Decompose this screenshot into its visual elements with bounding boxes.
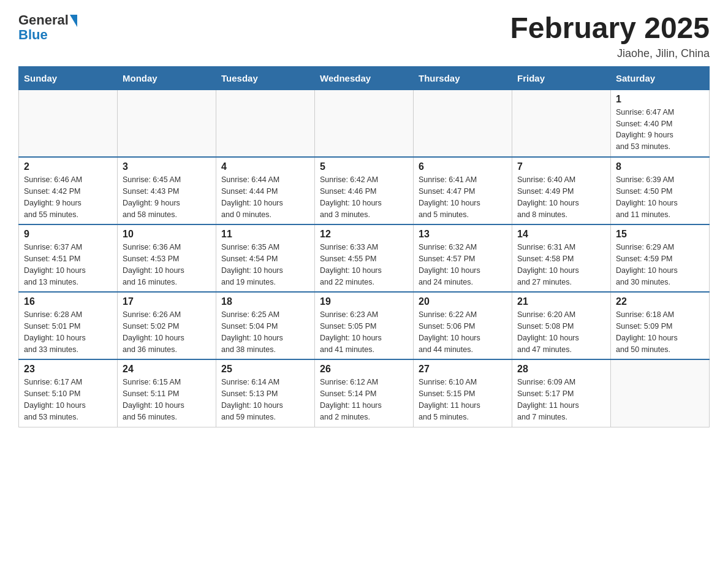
day-info: Sunrise: 6:09 AM Sunset: 5:17 PM Dayligh… bbox=[517, 377, 605, 423]
day-info: Sunrise: 6:29 AM Sunset: 4:59 PM Dayligh… bbox=[616, 242, 704, 288]
day-info: Sunrise: 6:36 AM Sunset: 4:53 PM Dayligh… bbox=[123, 242, 211, 288]
day-info: Sunrise: 6:20 AM Sunset: 5:08 PM Dayligh… bbox=[517, 309, 605, 355]
day-info: Sunrise: 6:31 AM Sunset: 4:58 PM Dayligh… bbox=[517, 242, 605, 288]
weekday-header-sunday: Sunday bbox=[19, 66, 118, 90]
calendar-cell: 2Sunrise: 6:46 AM Sunset: 4:42 PM Daylig… bbox=[19, 157, 118, 224]
day-info: Sunrise: 6:22 AM Sunset: 5:06 PM Dayligh… bbox=[419, 309, 507, 355]
calendar-cell bbox=[315, 90, 414, 157]
day-info: Sunrise: 6:25 AM Sunset: 5:04 PM Dayligh… bbox=[221, 309, 309, 355]
day-number: 4 bbox=[221, 161, 309, 172]
day-number: 5 bbox=[320, 161, 408, 172]
day-number: 24 bbox=[123, 364, 211, 375]
day-number: 15 bbox=[616, 229, 704, 240]
day-info: Sunrise: 6:26 AM Sunset: 5:02 PM Dayligh… bbox=[123, 309, 211, 355]
day-number: 23 bbox=[24, 364, 112, 375]
day-number: 20 bbox=[419, 296, 507, 307]
day-info: Sunrise: 6:14 AM Sunset: 5:13 PM Dayligh… bbox=[221, 377, 309, 423]
day-number: 21 bbox=[517, 296, 605, 307]
day-info: Sunrise: 6:39 AM Sunset: 4:50 PM Dayligh… bbox=[616, 174, 704, 220]
day-number: 11 bbox=[221, 229, 309, 240]
week-row-1: 1Sunrise: 6:47 AM Sunset: 4:40 PM Daylig… bbox=[19, 90, 710, 157]
day-info: Sunrise: 6:44 AM Sunset: 4:44 PM Dayligh… bbox=[221, 174, 309, 220]
calendar-cell: 20Sunrise: 6:22 AM Sunset: 5:06 PM Dayli… bbox=[414, 292, 512, 359]
weekday-header-row: SundayMondayTuesdayWednesdayThursdayFrid… bbox=[19, 66, 710, 90]
day-number: 2 bbox=[24, 161, 112, 172]
day-info: Sunrise: 6:18 AM Sunset: 5:09 PM Dayligh… bbox=[616, 309, 704, 355]
day-info: Sunrise: 6:47 AM Sunset: 4:40 PM Dayligh… bbox=[616, 107, 704, 153]
day-info: Sunrise: 6:12 AM Sunset: 5:14 PM Dayligh… bbox=[320, 377, 408, 423]
week-row-4: 16Sunrise: 6:28 AM Sunset: 5:01 PM Dayli… bbox=[19, 292, 710, 359]
day-number: 14 bbox=[517, 229, 605, 240]
day-info: Sunrise: 6:32 AM Sunset: 4:57 PM Dayligh… bbox=[419, 242, 507, 288]
day-number: 8 bbox=[616, 161, 704, 172]
day-number: 16 bbox=[24, 296, 112, 307]
day-info: Sunrise: 6:37 AM Sunset: 4:51 PM Dayligh… bbox=[24, 242, 112, 288]
calendar-cell: 17Sunrise: 6:26 AM Sunset: 5:02 PM Dayli… bbox=[118, 292, 216, 359]
day-info: Sunrise: 6:10 AM Sunset: 5:15 PM Dayligh… bbox=[419, 377, 507, 423]
month-title: February 2025 bbox=[510, 12, 710, 45]
calendar-cell: 19Sunrise: 6:23 AM Sunset: 5:05 PM Dayli… bbox=[315, 292, 414, 359]
calendar-cell: 9Sunrise: 6:37 AM Sunset: 4:51 PM Daylig… bbox=[19, 224, 118, 292]
day-number: 26 bbox=[320, 364, 408, 375]
day-info: Sunrise: 6:35 AM Sunset: 4:54 PM Dayligh… bbox=[221, 242, 309, 288]
day-info: Sunrise: 6:42 AM Sunset: 4:46 PM Dayligh… bbox=[320, 174, 408, 220]
calendar-cell bbox=[19, 90, 118, 157]
day-number: 3 bbox=[123, 161, 211, 172]
logo: General Blue bbox=[18, 12, 77, 43]
day-info: Sunrise: 6:28 AM Sunset: 5:01 PM Dayligh… bbox=[24, 309, 112, 355]
day-number: 10 bbox=[123, 229, 211, 240]
calendar-cell: 14Sunrise: 6:31 AM Sunset: 4:58 PM Dayli… bbox=[512, 224, 611, 292]
calendar-cell bbox=[512, 90, 611, 157]
calendar-cell: 13Sunrise: 6:32 AM Sunset: 4:57 PM Dayli… bbox=[414, 224, 512, 292]
calendar-cell: 11Sunrise: 6:35 AM Sunset: 4:54 PM Dayli… bbox=[216, 224, 315, 292]
calendar-cell: 12Sunrise: 6:33 AM Sunset: 4:55 PM Dayli… bbox=[315, 224, 414, 292]
calendar-cell: 4Sunrise: 6:44 AM Sunset: 4:44 PM Daylig… bbox=[216, 157, 315, 224]
title-block: February 2025 Jiaohe, Jilin, China bbox=[510, 12, 710, 60]
weekday-header-saturday: Saturday bbox=[611, 66, 710, 90]
calendar-cell: 18Sunrise: 6:25 AM Sunset: 5:04 PM Dayli… bbox=[216, 292, 315, 359]
calendar-cell bbox=[414, 90, 512, 157]
location-text: Jiaohe, Jilin, China bbox=[510, 47, 710, 60]
calendar-cell: 21Sunrise: 6:20 AM Sunset: 5:08 PM Dayli… bbox=[512, 292, 611, 359]
day-number: 1 bbox=[616, 94, 704, 105]
day-info: Sunrise: 6:45 AM Sunset: 4:43 PM Dayligh… bbox=[123, 174, 211, 220]
calendar-cell: 3Sunrise: 6:45 AM Sunset: 4:43 PM Daylig… bbox=[118, 157, 216, 224]
week-row-2: 2Sunrise: 6:46 AM Sunset: 4:42 PM Daylig… bbox=[19, 157, 710, 224]
day-number: 25 bbox=[221, 364, 309, 375]
day-info: Sunrise: 6:23 AM Sunset: 5:05 PM Dayligh… bbox=[320, 309, 408, 355]
calendar-cell: 6Sunrise: 6:41 AM Sunset: 4:47 PM Daylig… bbox=[414, 157, 512, 224]
weekday-header-friday: Friday bbox=[512, 66, 611, 90]
page-header: General Blue February 2025 Jiaohe, Jilin… bbox=[18, 12, 710, 60]
day-number: 13 bbox=[419, 229, 507, 240]
day-info: Sunrise: 6:40 AM Sunset: 4:49 PM Dayligh… bbox=[517, 174, 605, 220]
day-info: Sunrise: 6:17 AM Sunset: 5:10 PM Dayligh… bbox=[24, 377, 112, 423]
calendar-cell: 26Sunrise: 6:12 AM Sunset: 5:14 PM Dayli… bbox=[315, 359, 414, 427]
calendar-cell: 8Sunrise: 6:39 AM Sunset: 4:50 PM Daylig… bbox=[611, 157, 710, 224]
weekday-header-tuesday: Tuesday bbox=[216, 66, 315, 90]
logo-arrow-icon bbox=[70, 15, 77, 27]
calendar-cell bbox=[118, 90, 216, 157]
calendar-cell: 24Sunrise: 6:15 AM Sunset: 5:11 PM Dayli… bbox=[118, 359, 216, 427]
calendar-cell: 10Sunrise: 6:36 AM Sunset: 4:53 PM Dayli… bbox=[118, 224, 216, 292]
calendar-table: SundayMondayTuesdayWednesdayThursdayFrid… bbox=[18, 66, 710, 427]
logo-general-text: General bbox=[18, 12, 69, 28]
day-number: 7 bbox=[517, 161, 605, 172]
day-number: 22 bbox=[616, 296, 704, 307]
calendar-cell: 27Sunrise: 6:10 AM Sunset: 5:15 PM Dayli… bbox=[414, 359, 512, 427]
weekday-header-thursday: Thursday bbox=[414, 66, 512, 90]
calendar-cell: 16Sunrise: 6:28 AM Sunset: 5:01 PM Dayli… bbox=[19, 292, 118, 359]
calendar-cell bbox=[216, 90, 315, 157]
calendar-cell: 5Sunrise: 6:42 AM Sunset: 4:46 PM Daylig… bbox=[315, 157, 414, 224]
day-number: 19 bbox=[320, 296, 408, 307]
day-number: 17 bbox=[123, 296, 211, 307]
weekday-header-monday: Monday bbox=[118, 66, 216, 90]
day-number: 18 bbox=[221, 296, 309, 307]
day-info: Sunrise: 6:46 AM Sunset: 4:42 PM Dayligh… bbox=[24, 174, 112, 220]
day-info: Sunrise: 6:33 AM Sunset: 4:55 PM Dayligh… bbox=[320, 242, 408, 288]
calendar-cell: 15Sunrise: 6:29 AM Sunset: 4:59 PM Dayli… bbox=[611, 224, 710, 292]
day-number: 12 bbox=[320, 229, 408, 240]
week-row-3: 9Sunrise: 6:37 AM Sunset: 4:51 PM Daylig… bbox=[19, 224, 710, 292]
day-info: Sunrise: 6:15 AM Sunset: 5:11 PM Dayligh… bbox=[123, 377, 211, 423]
week-row-5: 23Sunrise: 6:17 AM Sunset: 5:10 PM Dayli… bbox=[19, 359, 710, 427]
calendar-cell: 23Sunrise: 6:17 AM Sunset: 5:10 PM Dayli… bbox=[19, 359, 118, 427]
